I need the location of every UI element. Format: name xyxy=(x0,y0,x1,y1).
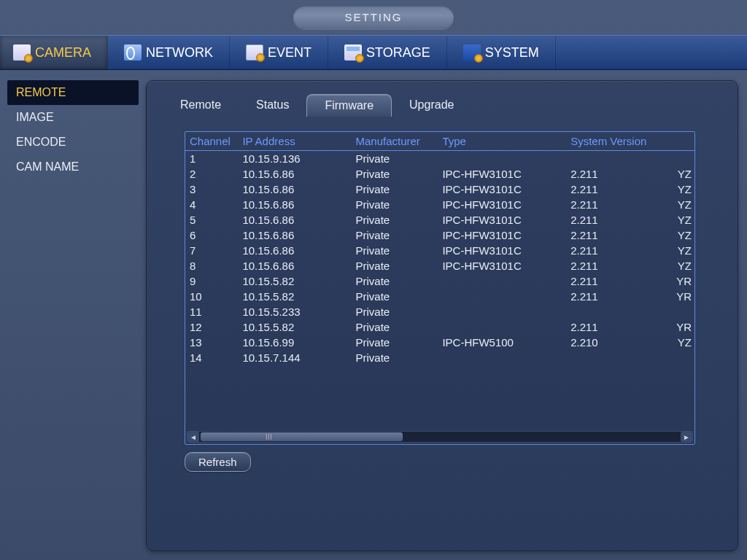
cell-channel: 7 xyxy=(185,243,238,258)
col-channel[interactable]: Channel xyxy=(185,132,238,151)
cell-manufacturer: Private xyxy=(351,335,438,350)
refresh-button[interactable]: Refresh xyxy=(185,452,251,472)
cell-ip: 10.15.6.86 xyxy=(238,243,351,258)
cell-channel: 9 xyxy=(185,273,238,289)
cell-system-version xyxy=(566,151,657,167)
cell-system-version: 2.211 xyxy=(566,289,657,304)
cell-extra: YZ xyxy=(657,197,694,212)
table-row[interactable]: 1010.15.5.82Private2.211YR xyxy=(185,289,694,304)
table-row[interactable]: 1410.15.7.144Private xyxy=(185,350,694,365)
cell-system-version: 2.210 xyxy=(566,335,657,350)
scroll-left-button[interactable]: ◄ xyxy=(187,432,199,442)
cell-manufacturer: Private xyxy=(351,289,438,304)
table-row[interactable]: 910.15.5.82Private2.211YR xyxy=(185,273,694,289)
nav-camera[interactable]: CAMERA xyxy=(0,36,108,69)
cell-extra: YR xyxy=(657,273,694,289)
col-type[interactable]: Type xyxy=(438,132,566,151)
nav-system[interactable]: SYSTEM xyxy=(447,36,556,69)
nav-event[interactable]: EVENT xyxy=(230,36,328,69)
table-row[interactable]: 1110.15.5.233Private xyxy=(185,304,694,319)
scroll-thumb[interactable] xyxy=(201,432,403,441)
cell-manufacturer: Private xyxy=(351,182,438,197)
cell-system-version: 2.211 xyxy=(566,166,657,182)
cell-type xyxy=(438,289,566,304)
table-row[interactable]: 810.15.6.86PrivateIPC-HFW3101C2.211YZ xyxy=(185,258,694,273)
cell-channel: 2 xyxy=(185,166,238,182)
tab-upgrade[interactable]: Upgrade xyxy=(392,94,471,117)
cell-manufacturer: Private xyxy=(351,273,438,289)
cell-extra: YZ xyxy=(657,182,694,197)
cell-type xyxy=(438,273,566,289)
cell-extra xyxy=(657,350,694,365)
cell-type: IPC-HFW3101C xyxy=(438,258,566,273)
sidebar-item-remote[interactable]: REMOTE xyxy=(7,80,139,105)
cell-type xyxy=(438,350,566,365)
cell-extra: YZ xyxy=(657,212,694,228)
cell-ip: 10.15.7.144 xyxy=(238,350,351,365)
cell-type: IPC-HFW3101C xyxy=(438,197,566,212)
cell-system-version: 2.211 xyxy=(566,197,657,212)
table-row[interactable]: 410.15.6.86PrivateIPC-HFW3101C2.211YZ xyxy=(185,197,694,212)
cell-extra: YZ xyxy=(657,166,694,182)
cell-channel: 3 xyxy=(185,182,238,197)
horizontal-scrollbar[interactable]: ◄ ► xyxy=(187,431,693,443)
col-manufacturer[interactable]: Manufacturer xyxy=(351,132,438,151)
subtabs: Remote Status Firmware Upgrade xyxy=(163,94,721,117)
cell-ip: 10.15.6.86 xyxy=(238,258,351,273)
sidebar-item-encode[interactable]: ENCODE xyxy=(7,130,139,155)
scroll-right-button[interactable]: ► xyxy=(681,432,692,442)
table-row[interactable]: 1210.15.5.82Private2.211YR xyxy=(185,319,694,335)
cell-channel: 13 xyxy=(185,335,238,350)
cell-system-version xyxy=(566,304,657,319)
sidebar-item-camname[interactable]: CAM NAME xyxy=(7,155,139,179)
cell-system-version: 2.211 xyxy=(566,258,657,273)
tab-remote[interactable]: Remote xyxy=(163,94,239,117)
table-row[interactable]: 1310.15.6.99PrivateIPC-HFW51002.210YZ xyxy=(185,335,694,350)
cell-ip: 10.15.6.86 xyxy=(238,212,351,228)
main-nav: CAMERA NETWORK EVENT STORAGE SYSTEM xyxy=(0,35,747,70)
cell-channel: 11 xyxy=(185,304,238,319)
table-row[interactable]: 710.15.6.86PrivateIPC-HFW3101C2.211YZ xyxy=(185,243,694,258)
cell-extra: YR xyxy=(657,319,694,335)
cell-type: IPC-HFW3101C xyxy=(438,243,566,258)
table-row[interactable]: 610.15.6.86PrivateIPC-HFW3101C2.211YZ xyxy=(185,228,694,243)
col-system-version[interactable]: System Version xyxy=(566,132,657,151)
cell-channel: 8 xyxy=(185,258,238,273)
nav-storage[interactable]: STORAGE xyxy=(328,36,447,69)
cell-type xyxy=(438,151,566,167)
cell-system-version: 2.211 xyxy=(566,243,657,258)
cell-extra xyxy=(657,304,694,319)
cell-type xyxy=(438,319,566,335)
table-row[interactable]: 110.15.9.136Private xyxy=(185,151,694,167)
cell-type: IPC-HFW5100 xyxy=(438,335,566,350)
cell-system-version: 2.211 xyxy=(566,319,657,335)
cell-ip: 10.15.6.99 xyxy=(238,335,351,350)
cell-type: IPC-HFW3101C xyxy=(438,182,566,197)
window-title: SETTING xyxy=(293,6,454,29)
nav-network[interactable]: NETWORK xyxy=(108,36,230,69)
cell-channel: 10 xyxy=(185,289,238,304)
cell-extra: YZ xyxy=(657,228,694,243)
cell-manufacturer: Private xyxy=(351,350,438,365)
tab-firmware[interactable]: Firmware xyxy=(306,94,392,117)
event-icon xyxy=(246,44,263,61)
table-row[interactable]: 510.15.6.86PrivateIPC-HFW3101C2.211YZ xyxy=(185,212,694,228)
table-row[interactable]: 310.15.6.86PrivateIPC-HFW3101C2.211YZ xyxy=(185,182,694,197)
cell-channel: 5 xyxy=(185,212,238,228)
cell-channel: 1 xyxy=(185,151,238,167)
cell-system-version xyxy=(566,350,657,365)
storage-icon xyxy=(344,44,362,61)
cell-channel: 6 xyxy=(185,228,238,243)
table-row[interactable]: 210.15.6.86PrivateIPC-HFW3101C2.211YZ xyxy=(185,166,694,182)
cell-type: IPC-HFW3101C xyxy=(438,212,566,228)
cell-type xyxy=(438,304,566,319)
cell-manufacturer: Private xyxy=(351,258,438,273)
table-header-row: Channel IP Address Manufacturer Type Sys… xyxy=(185,132,694,151)
scroll-track[interactable] xyxy=(199,432,681,442)
system-icon xyxy=(463,44,481,61)
cell-extra: YZ xyxy=(657,335,694,350)
tab-status[interactable]: Status xyxy=(239,94,306,117)
col-ip-address[interactable]: IP Address xyxy=(238,132,351,151)
cell-extra xyxy=(657,151,694,167)
sidebar-item-image[interactable]: IMAGE xyxy=(7,105,139,130)
